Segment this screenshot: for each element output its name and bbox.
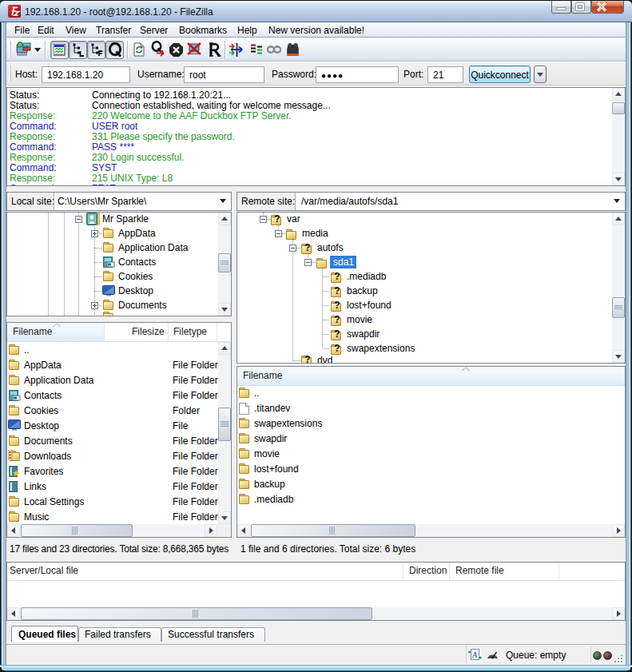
svg-text:A: A — [471, 650, 478, 659]
